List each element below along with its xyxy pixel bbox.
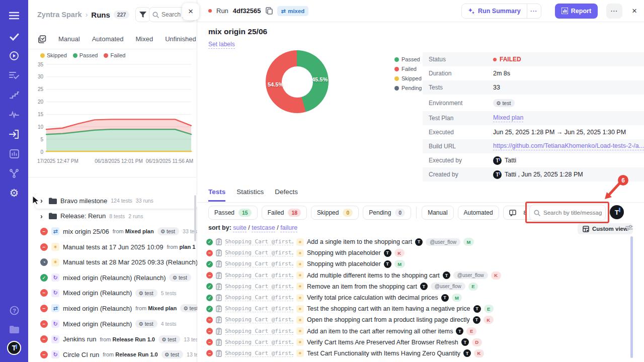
run-plan-name[interactable]: Mixed plan (148, 305, 177, 311)
run-list-item[interactable]: − ⇄ mix origin 25/06 from Mixed plan ⚙te… (28, 224, 197, 239)
user-avatar[interactable]: T (7, 341, 21, 355)
tab-unfinished[interactable]: Unfinished (165, 35, 196, 43)
filter-automated-chip[interactable]: Automated (458, 206, 499, 220)
run-title[interactable]: mixed origin (Relaunch) (63, 305, 132, 312)
reports-chart-icon[interactable] (0, 146, 28, 161)
run-plan-name[interactable]: Mixed plan (125, 228, 154, 234)
run-list-item[interactable]: − ✶ Manual tests at 17 Jun 2025 10:09 fr… (28, 239, 197, 255)
projects-folder-icon[interactable] (0, 322, 28, 337)
tab-defects[interactable]: Defects (275, 188, 298, 202)
user-flow-tag[interactable]: @user_flow (453, 272, 488, 279)
test-suite-link[interactable]: Shopping Cart @first… (225, 305, 293, 312)
settings-gear-icon[interactable]: ⚙ (0, 186, 28, 201)
test-title[interactable]: Test Cart Functionality with Items Havin… (307, 350, 460, 357)
integrations-import-icon[interactable] (0, 127, 28, 142)
test-suite-link[interactable]: Shopping Cart @first… (225, 350, 293, 357)
test-suite-link[interactable]: Shopping Cart @first… (225, 260, 293, 267)
run-list-item[interactable]: ✓ ↻ mixed origin (Relaunch) (Relaunch) ⚙… (28, 270, 197, 286)
filter-failed-chip[interactable]: Failed18 (262, 206, 307, 220)
tests-scrollbar[interactable] (630, 236, 633, 358)
filter-manual-chip[interactable]: Manual (422, 206, 453, 220)
user-avatar[interactable]: T (610, 205, 624, 219)
filter-funnel-button[interactable] (135, 7, 150, 22)
run-title[interactable]: Jenkins run (63, 335, 96, 343)
filter-skipped-chip[interactable]: Skipped0 (311, 206, 359, 220)
test-title[interactable]: Verify total price calculation with deci… (307, 294, 438, 301)
custom-view-button[interactable]: Custom view (578, 223, 633, 234)
run-summary-button[interactable]: Run Summary (462, 4, 527, 18)
run-title[interactable]: mixed origin (Relaunch) (Relaunch) (63, 274, 166, 282)
report-button[interactable]: Report (555, 4, 598, 19)
run-title[interactable]: Release: Rerun (60, 212, 106, 220)
test-row[interactable]: ✓ Shopping Cart @first… ✶ Shopping with … (206, 258, 634, 269)
build-url-link[interactable]: https://github.com/TetianaKhomenko/Load-… (493, 142, 644, 150)
test-row[interactable]: ✓ Shopping Cart @first… ✶ Remove an item… (206, 281, 634, 292)
test-row[interactable]: ✓ Shopping Cart @first… ✶ Add a single i… (206, 236, 634, 247)
breadcrumb-workspace[interactable]: Zyntra Spark (37, 11, 82, 19)
activity-pulse-icon[interactable] (0, 107, 28, 122)
test-title[interactable]: Remove an item from the shopping cart (307, 283, 417, 290)
test-row[interactable]: ✓ Shopping Cart @first… ✶ Test the shopp… (206, 303, 634, 314)
test-row[interactable]: − Shopping Cart @first… ✶ Shopping with … (206, 247, 634, 258)
test-title[interactable]: Add an item to the cart after removing a… (307, 328, 453, 335)
run-title[interactable]: Mixed origin (Relaunch) (63, 320, 132, 328)
test-row[interactable]: − Shopping Cart @first… ✶ Test Cart Func… (206, 348, 634, 359)
test-title[interactable]: Test the shopping cart with an item havi… (307, 305, 470, 312)
test-row[interactable]: ✓ Shopping Cart @first… ✶ Verify total p… (206, 292, 634, 303)
tests-search[interactable] (529, 205, 606, 221)
run-list-item[interactable]: › Release: Rerun 8 tests 2 runs (28, 209, 197, 224)
test-runs-check-icon[interactable] (0, 29, 28, 44)
test-title[interactable]: Open the shopping cart from a product li… (307, 316, 470, 323)
run-plan-name[interactable]: plan 1 (180, 244, 196, 250)
test-title[interactable]: Add a single item to the shopping cart (307, 238, 412, 245)
tab-manual[interactable]: Manual (58, 35, 80, 43)
tab-statistics[interactable]: Statistics (236, 188, 264, 202)
more-actions-button[interactable]: ··· (606, 4, 622, 19)
test-suite-link[interactable]: Shopping Cart @first… (225, 294, 293, 301)
test-suite-link[interactable]: Shopping Cart @first… (225, 238, 293, 245)
test-row[interactable]: − Shopping Cart @first… ✶ Add an item to… (206, 326, 634, 337)
run-title[interactable]: mix origin 25/06 (63, 228, 109, 235)
test-suite-link[interactable]: Shopping Cart @first… (225, 339, 293, 346)
user-flow-tag[interactable]: @user_flow (431, 283, 465, 290)
filter-pending-chip[interactable]: Pending0 (363, 206, 411, 220)
run-plan-name[interactable]: Release Run 1.0 (115, 351, 157, 357)
chevron-right-icon[interactable]: › (40, 212, 45, 220)
help-icon[interactable]: ? (0, 303, 28, 318)
filter-passed-chip[interactable]: Passed15 (208, 206, 258, 220)
panel-close-button[interactable]: × (182, 3, 199, 20)
set-labels-link[interactable]: Set labels (208, 41, 235, 49)
run-list-item[interactable]: ◔ ✶ Manual tests at 28 Mar 2025 09:33 (R… (28, 254, 197, 270)
test-title[interactable]: Add multiple different items to the shop… (307, 272, 440, 279)
test-suite-link[interactable]: Shopping Cart @first… (225, 283, 293, 290)
tab-mixed[interactable]: Mixed (136, 35, 153, 43)
test-suite-link[interactable]: Shopping Cart @first… (225, 272, 293, 279)
test-cases-list-icon[interactable] (0, 68, 28, 83)
run-list-item[interactable]: − ↻ Jenkins run from Release Run 1.0 ⚙te… (28, 331, 197, 347)
multiselect-clipboard-icon[interactable] (38, 35, 46, 43)
tab-automated[interactable]: Automated (92, 35, 124, 43)
tab-tests[interactable]: Tests (208, 188, 225, 202)
test-row[interactable]: − Shopping Cart @first… ✶ Open the shopp… (206, 314, 634, 325)
run-plan-name[interactable]: Release Run 1.0 (113, 336, 155, 342)
test-suite-link[interactable]: Shopping Cart @first… (225, 328, 293, 335)
test-suite-link[interactable]: Shopping Cart @first… (225, 316, 293, 323)
runs-list-scrollbar[interactable] (194, 195, 196, 241)
test-row[interactable]: − Shopping Cart @first… ✶ Verify Cart It… (206, 337, 634, 348)
test-title[interactable]: Shopping with placeholder (307, 260, 381, 267)
user-flow-tag[interactable]: @user_flow (426, 238, 460, 246)
copy-icon[interactable] (266, 7, 273, 15)
test-title[interactable]: Shopping with placeholder (307, 249, 381, 256)
menu-icon[interactable] (0, 8, 28, 23)
run-title[interactable]: Bravo milestone (60, 197, 107, 205)
test-title[interactable]: Verify Cart Items Are Preserved After Br… (307, 339, 458, 346)
tests-search-input[interactable] (543, 210, 602, 216)
test-suite-link[interactable]: Shopping Cart @first… (225, 249, 293, 256)
sort-by-testcase-link[interactable]: testcase (252, 224, 275, 232)
close-run-icon[interactable]: × (632, 6, 637, 16)
run-list-item[interactable]: − ↻ Mixed origin (Relaunch) ⚙test 5 test… (28, 286, 197, 301)
run-title[interactable]: Manual tests at 17 Jun 2025 10:09 (63, 243, 163, 251)
run-list-item[interactable]: − ⇄ mixed origin (Relaunch) from Mixed p… (28, 301, 197, 316)
run-list-item[interactable]: − ↻ Mixed origin (Relaunch) ⚙test 4 test… (28, 316, 197, 332)
test-plan-link[interactable]: Mixed plan (493, 114, 523, 122)
